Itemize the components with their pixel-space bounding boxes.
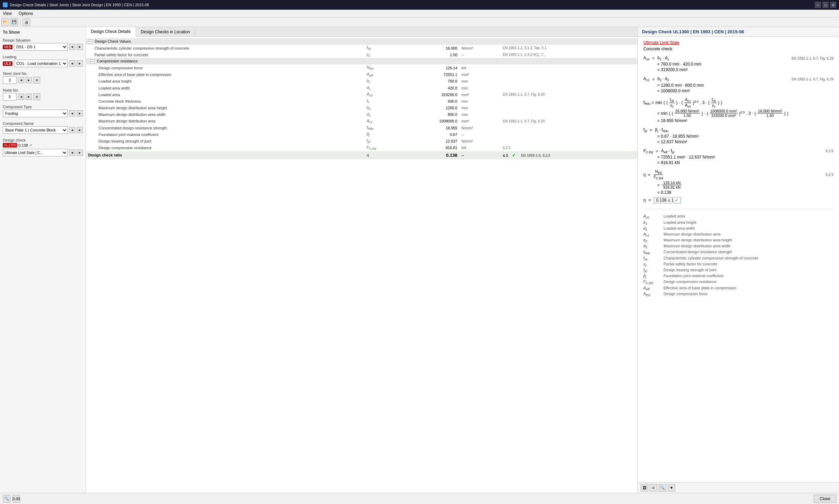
ct-prev-button[interactable]: ◄ <box>69 110 75 117</box>
row-label-ned: Design compression force <box>86 65 365 71</box>
component-name-label: Component Name <box>3 121 83 126</box>
row-symbol-fcrd: FC,Rd <box>365 145 401 151</box>
table-row: Loaded area Ac0 319200.0 mm² EN 1992-1-1… <box>86 91 637 98</box>
legend-section: Ac0 Loaded area b1 Loaded area height d1… <box>643 209 833 297</box>
row-value-d1: 420.0 <box>401 85 459 91</box>
toolbar-open-button[interactable]: 📂 <box>1 18 9 26</box>
menu-options[interactable]: Options <box>17 10 34 17</box>
frac-1008-319: 1008000.0 mm² 319200.0 mm² <box>710 109 738 118</box>
bottom-search-button[interactable]: 🔍 <box>3 495 10 503</box>
table-row: Loaded area width d1 420.0 mm <box>86 85 637 91</box>
tab-design-checks-location[interactable]: Design Checks in Location <box>136 27 195 36</box>
sj-next-button[interactable]: ► <box>26 77 32 83</box>
subsection-header-compression: − Compression resistance <box>86 58 637 65</box>
rp-zoom-button[interactable]: 🔍 <box>659 484 666 492</box>
close-button[interactable]: ✕ <box>830 2 836 8</box>
row-label-betaj: Foundation joint material coefficient <box>86 131 365 138</box>
formula-fjd: fjd = βj · fRdu = 0.67 · 18.955 N/mm² = … <box>643 127 833 144</box>
component-type-select[interactable]: Footing <box>3 110 68 117</box>
row-value-tc: 500.0 <box>401 98 459 104</box>
app-icon: 🔧 <box>3 2 8 7</box>
dc-prev-button[interactable]: ◄ <box>69 150 75 156</box>
check-label: Concrete check <box>643 46 833 51</box>
row-label-fjd: Design bearing strength of joint <box>86 138 365 144</box>
result-ok-icon: ✓ <box>512 153 516 158</box>
legend-row-fck: fck Characteristic cylinder compressive … <box>643 256 833 261</box>
steel-joint-group: Steel Joint No. ◄ ► ✕ <box>3 71 83 84</box>
component-name-select[interactable]: Base Plate 1 | Concrete Block <box>3 126 68 134</box>
bottom-left: 🔍 0.00 <box>3 495 20 503</box>
toolbar-print-button[interactable]: 🖨 <box>23 18 30 26</box>
row-symbol-d1: d1 <box>365 85 401 91</box>
formula-frdu: fRdu = min ( ( fck γc ) · ( Ac1 Ac0 <box>643 97 833 123</box>
bottom-counter-button[interactable]: 0.00 <box>12 495 20 503</box>
ct-next-button[interactable]: ► <box>77 110 83 117</box>
maximize-button[interactable]: □ <box>822 2 829 8</box>
row-ref-d2 <box>501 111 637 118</box>
ds-prev-button[interactable]: ◄ <box>69 44 75 50</box>
dc-description-select[interactable]: Ultimate Limit State | C... <box>3 149 68 156</box>
row-symbol-fjd: fjd <box>365 138 401 144</box>
right-panel-toolbar: 🖼 ≡ 🔍 ▼ <box>638 482 839 493</box>
legend-row-ac0: Ac0 Loaded area <box>643 214 833 219</box>
legend-row-frdu: fRdu Concentrated design resistance stre… <box>643 250 833 255</box>
row-symbol-ac0: Ac0 <box>365 91 401 98</box>
section-toggle-dcv[interactable]: − <box>88 40 92 44</box>
rp-text-button[interactable]: ≡ <box>650 484 657 492</box>
node-no-group: Node No. ◄ ► ✕ <box>3 88 83 101</box>
node-prev-button[interactable]: ◄ <box>18 94 24 100</box>
table-row: Design compression resistance FC,Rd 916.… <box>86 145 637 151</box>
legend-row-d1: d1 Loaded area width <box>643 226 833 231</box>
loading-select[interactable]: CO1 - Load combination 1 <box>14 60 68 67</box>
close-button[interactable]: Close <box>814 495 836 503</box>
eq-eta-val1: = 126.14 kN 916.81 kN <box>643 181 833 189</box>
row-label-tc: Concrete block thickness <box>86 98 365 104</box>
minimize-button[interactable]: ─ <box>815 2 821 8</box>
row-unit-d1: mm <box>460 85 501 91</box>
loading-prev-button[interactable]: ◄ <box>69 60 75 67</box>
legend-row-fjd: fjd Design bearing strength of joint <box>643 268 833 273</box>
legend-row-fcrd: FC,Rd Design compression resistance <box>643 280 833 285</box>
rp-more-button[interactable]: ▼ <box>668 484 675 492</box>
left-panel: To Show Design Situation ULS DS1 - DS 1 … <box>0 27 86 493</box>
design-situation-select[interactable]: DS1 - DS 1 <box>14 43 68 51</box>
row-label-b2: Maximum design distribution area height <box>86 105 365 111</box>
formula-ac0: Ac0 = b1 · d1 EN 1992-1-1, 6.7, Fig. 6.2… <box>643 55 833 72</box>
toolbar-save-button[interactable]: 💾 <box>10 18 18 26</box>
row-unit-tc: mm <box>460 98 501 104</box>
frac-ac1-ac0: Ac1 Ac0 <box>684 97 692 108</box>
state-label: Ultimate Limit State <box>643 40 679 45</box>
row-symbol-ac1: Ac1 <box>365 118 401 125</box>
node-no-input[interactable] <box>3 93 17 101</box>
row-symbol-tc: tc <box>365 98 401 104</box>
cn-next-button[interactable]: ► <box>77 127 83 133</box>
legend-row-ned: NEd Design compression force <box>643 292 833 297</box>
tab-design-check-details[interactable]: Design Check Details <box>86 27 136 37</box>
row-label-fck: Characteristic cylinder compressive stre… <box>86 45 365 51</box>
sj-refresh-button[interactable]: ✕ <box>33 77 40 84</box>
main-layout: To Show Design Situation ULS DS1 - DS 1 … <box>0 27 839 493</box>
menu-view[interactable]: View <box>1 10 13 17</box>
row-unit-aeff: mm² <box>460 71 501 78</box>
section-toggle-cr[interactable]: − <box>90 59 94 63</box>
node-next-button[interactable]: ► <box>26 94 32 100</box>
formula-fcrd: FC,Rd = Aeff · fjd 6.2.5 = 72551.1 mm² ·… <box>643 148 833 165</box>
result-value: 0.138 <box>401 151 459 159</box>
to-show-label: To Show <box>3 30 83 35</box>
row-ref-frdu <box>501 125 637 131</box>
rp-image-button[interactable]: 🖼 <box>641 484 648 492</box>
row-ref-ned <box>501 65 637 71</box>
result-row: Design check ratio η 0.138 -- ≤ 1 ✓ EN 1… <box>86 151 637 159</box>
dc-next-button[interactable]: ► <box>77 150 83 156</box>
row-symbol-ned: NEd <box>365 65 401 71</box>
section-header-design-check-values: − Design Check Values <box>86 38 637 45</box>
row-value-gammac: 1.50 <box>401 51 459 58</box>
eq-fjd-val2: = 12.637 N/mm² <box>643 139 833 144</box>
cn-prev-button[interactable]: ◄ <box>69 127 75 133</box>
loading-next-button[interactable]: ► <box>77 60 83 67</box>
ds-next-button[interactable]: ► <box>77 44 83 50</box>
sj-prev-button[interactable]: ◄ <box>18 77 24 83</box>
steel-joint-input[interactable] <box>3 76 17 84</box>
node-refresh-button[interactable]: ✕ <box>33 93 40 100</box>
check-values-table: − Design Check Values Characteristic cyl… <box>86 38 637 159</box>
